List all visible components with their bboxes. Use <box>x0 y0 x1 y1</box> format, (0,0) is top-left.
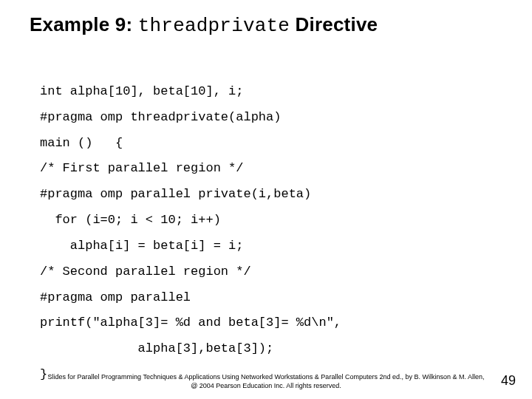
code-line: int alpha[10], beta[10], i; <box>40 84 243 98</box>
code-line: /* First parallel region */ <box>40 161 243 175</box>
title-prefix: Example 9: <box>30 13 138 35</box>
slide-title: Example 9: threadprivate Directive <box>0 0 532 41</box>
title-suffix: Directive <box>290 13 378 35</box>
code-line: alpha[3],beta[3]); <box>40 341 273 355</box>
footer-citation: Slides for Parallel Programming Techniqu… <box>0 372 532 390</box>
code-block: int alpha[10], beta[10], i; #pragma omp … <box>0 41 532 388</box>
code-line: for (i=0; i < 10; i++) <box>40 213 221 227</box>
code-line: /* Second parallel region */ <box>40 265 251 279</box>
slide: Example 9: threadprivate Directive int a… <box>0 0 532 399</box>
title-mono: threadprivate <box>138 15 290 37</box>
footer-line1: Slides for Parallel Programming Techniqu… <box>30 372 502 381</box>
code-line: alpha[i] = beta[i] = i; <box>40 239 243 253</box>
code-line: main () { <box>40 136 123 150</box>
page-number: 49 <box>501 373 516 389</box>
code-line: printf("alpha[3]= %d and beta[3]= %d\n", <box>40 316 341 330</box>
code-line: #pragma omp parallel <box>40 290 191 304</box>
code-line: #pragma omp threadprivate(alpha) <box>40 110 281 124</box>
footer-line2: @ 2004 Pearson Education Inc. All rights… <box>30 381 502 390</box>
code-line: #pragma omp parallel private(i,beta) <box>40 187 311 201</box>
